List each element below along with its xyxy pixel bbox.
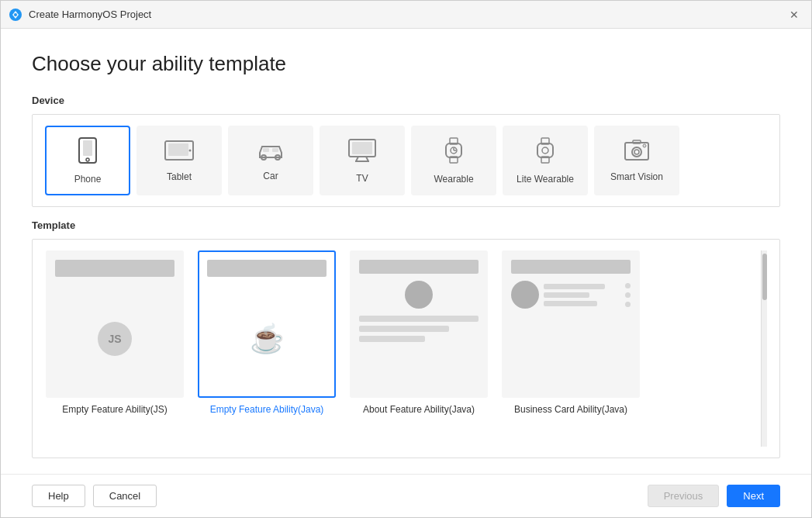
bizcard-dot-1 (625, 283, 631, 288)
svg-point-4 (86, 158, 89, 161)
smart-vision-label: Smart Vision (610, 171, 663, 182)
help-button[interactable]: Help (32, 485, 85, 507)
page-title: Choose your ability template (32, 52, 780, 76)
main-window: Create HarmonyOS Project ✕ Choose your a… (0, 0, 812, 518)
bizcard-dot-2 (625, 292, 631, 298)
wearable-label: Wearable (434, 174, 473, 185)
about-line-2 (359, 326, 449, 332)
svg-point-26 (542, 147, 548, 154)
template-preview-body-java: ☕ (199, 281, 334, 396)
bizcard-row (511, 281, 631, 309)
close-button[interactable]: ✕ (785, 5, 803, 24)
svg-rect-13 (352, 142, 372, 154)
device-section: Phone Tablet (32, 114, 780, 207)
svg-point-31 (643, 144, 646, 147)
svg-rect-3 (83, 140, 92, 156)
title-bar-text: Create HarmonyOS Project (29, 9, 151, 20)
bizcard-line-2 (544, 292, 589, 298)
device-item-tablet[interactable]: Tablet (136, 126, 222, 195)
bizcard-dots (625, 283, 631, 307)
js-badge-icon: JS (98, 322, 132, 356)
template-scroll-container: JS Empty Feature Ability(JS) ☕ (45, 250, 767, 447)
bizcard-line-3 (544, 301, 597, 306)
template-preview-bizcard-java (502, 250, 640, 398)
about-header-bar (359, 260, 479, 274)
phone-label: Phone (74, 174, 102, 185)
cancel-button[interactable]: Cancel (93, 485, 157, 507)
phone-icon (77, 137, 98, 169)
tablet-icon (164, 140, 194, 167)
svg-point-1 (14, 13, 17, 16)
footer-left: Help Cancel (32, 485, 157, 507)
bizcard-line-1 (544, 284, 605, 289)
tv-label: TV (356, 173, 368, 184)
about-line-1 (359, 316, 479, 322)
main-content: Choose your ability template Device Phon… (1, 29, 811, 474)
tablet-label: Tablet (167, 171, 192, 182)
template-preview-empty-java: ☕ (198, 250, 336, 398)
coffee-cup-icon: ☕ (250, 323, 285, 355)
bizcard-dot-3 (625, 302, 631, 307)
template-item-empty-java[interactable]: ☕ Empty Feature Ability(Java) (197, 250, 337, 439)
svg-point-7 (189, 149, 192, 151)
template-name-about-java: About Feature Ability(Java) (363, 404, 475, 415)
device-section-label: Device (32, 95, 780, 106)
svg-rect-8 (263, 148, 269, 152)
app-logo-icon (9, 8, 22, 22)
template-item-about-java[interactable]: About Feature Ability(Java) (349, 250, 489, 439)
device-item-smart-vision[interactable]: Smart Vision (594, 126, 679, 195)
car-icon (257, 140, 285, 166)
car-label: Car (263, 171, 278, 181)
template-preview-about-java (350, 250, 488, 398)
template-name-empty-js: Empty Feature Ability(JS) (62, 404, 167, 415)
template-preview-body-js: JS (47, 281, 182, 396)
template-preview-header-js (55, 260, 174, 277)
wearable-icon (444, 137, 463, 169)
smart-vision-icon (624, 140, 650, 167)
title-bar-left: Create HarmonyOS Project (9, 8, 151, 22)
about-line-3 (359, 336, 425, 342)
next-button[interactable]: Next (727, 485, 780, 507)
device-grid: Phone Tablet (45, 126, 767, 195)
template-item-bizcard-java[interactable]: Business Card Ability(Java) (501, 250, 641, 439)
device-item-phone[interactable]: Phone (45, 126, 130, 195)
svg-rect-9 (272, 148, 278, 152)
bizcard-lines (544, 284, 620, 306)
about-avatar-circle (405, 281, 433, 309)
device-item-car[interactable]: Car (228, 126, 313, 195)
svg-point-30 (634, 150, 639, 154)
bizcard-avatar (511, 281, 539, 309)
device-item-wearable[interactable]: Wearable (411, 126, 496, 195)
lite-wearable-label: Lite Wearable (517, 174, 574, 185)
lite-wearable-icon (536, 137, 555, 169)
bizcard-header-bar (511, 260, 631, 274)
template-name-empty-java: Empty Feature Ability(Java) (210, 404, 324, 415)
svg-rect-23 (537, 143, 553, 157)
svg-point-29 (632, 147, 641, 157)
title-bar: Create HarmonyOS Project ✕ (1, 1, 811, 29)
footer: Help Cancel Previous Next (1, 474, 811, 517)
about-preview-content (351, 252, 486, 396)
tv-icon (347, 138, 377, 168)
svg-rect-6 (168, 143, 188, 156)
template-section-label: Template (32, 219, 780, 231)
previous-button[interactable]: Previous (648, 485, 720, 507)
template-section: JS Empty Feature Ability(JS) ☕ (32, 239, 780, 458)
template-scrollbar[interactable] (761, 250, 767, 447)
template-name-bizcard-java: Business Card Ability(Java) (514, 404, 627, 415)
template-scroll: JS Empty Feature Ability(JS) ☕ (45, 250, 755, 447)
template-item-empty-js[interactable]: JS Empty Feature Ability(JS) (45, 250, 185, 439)
scrollbar-thumb[interactable] (762, 254, 767, 300)
device-item-lite-wearable[interactable]: Lite Wearable (503, 126, 588, 195)
device-item-tv[interactable]: TV (320, 126, 405, 195)
bizcard-preview-content (503, 252, 638, 396)
template-preview-header-java (207, 260, 327, 277)
template-preview-empty-js: JS (46, 250, 184, 398)
footer-right: Previous Next (648, 485, 780, 507)
